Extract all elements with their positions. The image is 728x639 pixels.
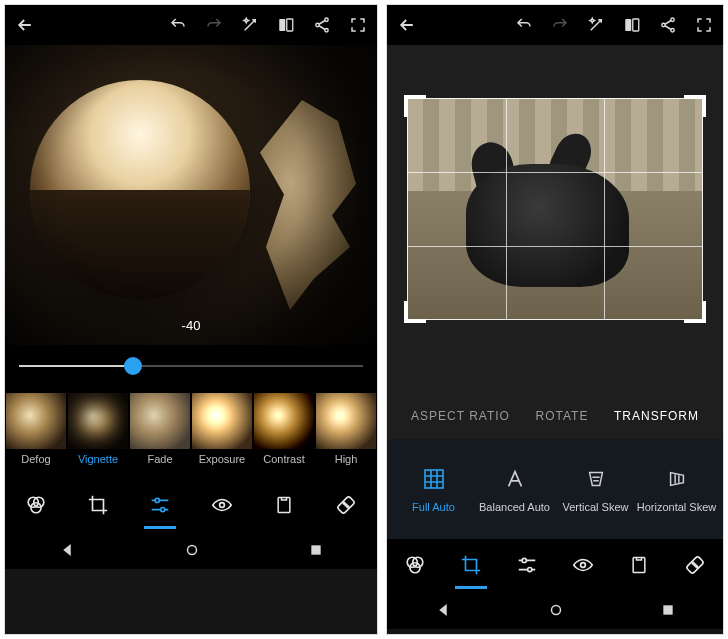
fullscreen-icon[interactable] <box>349 16 367 34</box>
crop-canvas[interactable] <box>387 45 723 393</box>
adjust-slider[interactable] <box>19 365 363 367</box>
preset-vignette[interactable]: Vignette <box>67 387 129 479</box>
fullscreen-icon[interactable] <box>695 16 713 34</box>
svg-point-27 <box>522 558 526 562</box>
svg-point-9 <box>161 507 165 511</box>
stickers-icon[interactable] <box>619 545 659 585</box>
svg-point-35 <box>551 606 560 615</box>
nav-home-icon[interactable] <box>183 541 201 559</box>
adjustment-preset-row: Defog Vignette Fade Exposure Contrast Hi… <box>5 387 377 479</box>
redo-icon[interactable] <box>551 16 569 34</box>
vertical-skew-icon <box>582 465 610 493</box>
svg-point-20 <box>671 18 674 21</box>
redo-icon[interactable] <box>205 16 223 34</box>
bottom-toolbar <box>5 479 377 531</box>
top-toolbar <box>387 5 723 45</box>
undo-icon[interactable] <box>169 16 187 34</box>
back-icon[interactable] <box>397 15 417 35</box>
undo-icon[interactable] <box>515 16 533 34</box>
nav-recents-icon[interactable] <box>660 602 676 618</box>
option-label: Balanced Auto <box>479 501 550 513</box>
top-toolbar <box>5 5 377 45</box>
nav-back-icon[interactable] <box>434 601 452 619</box>
preset-fade[interactable]: Fade <box>129 387 191 479</box>
redeye-icon[interactable] <box>202 485 242 525</box>
svg-point-21 <box>662 23 665 26</box>
preset-contrast[interactable]: Contrast <box>253 387 315 479</box>
svg-point-16 <box>187 546 196 555</box>
adjust-icon[interactable] <box>140 485 180 525</box>
magic-wand-icon[interactable] <box>587 16 605 34</box>
svg-point-2 <box>325 18 328 21</box>
bottom-toolbar <box>387 539 723 591</box>
option-full-auto[interactable]: Full Auto <box>393 465 474 513</box>
svg-rect-17 <box>311 545 320 554</box>
svg-rect-36 <box>663 605 672 614</box>
grid-icon <box>420 465 448 493</box>
compare-icon[interactable] <box>623 16 641 34</box>
crop-handle-bl[interactable] <box>404 301 426 323</box>
option-vertical-skew[interactable]: Vertical Skew <box>555 465 636 513</box>
svg-point-4 <box>325 29 328 32</box>
crop-handle-tr[interactable] <box>684 95 706 117</box>
adjust-icon[interactable] <box>507 545 547 585</box>
photo-canvas[interactable]: -40 <box>5 45 377 345</box>
option-label: Full Auto <box>412 501 455 513</box>
heal-icon[interactable] <box>675 545 715 585</box>
svg-point-10 <box>220 503 225 508</box>
crop-handle-br[interactable] <box>684 301 706 323</box>
svg-rect-0 <box>279 19 285 31</box>
heal-icon[interactable] <box>326 485 366 525</box>
option-label: Horizontal Skew <box>637 501 716 513</box>
nav-home-icon[interactable] <box>547 601 565 619</box>
svg-rect-23 <box>425 470 443 488</box>
tab-rotate[interactable]: ROTATE <box>536 409 589 423</box>
share-icon[interactable] <box>659 16 677 34</box>
crop-handle-tl[interactable] <box>404 95 426 117</box>
preset-exposure[interactable]: Exposure <box>191 387 253 479</box>
adjust-value-label: -40 <box>182 318 201 333</box>
svg-point-8 <box>155 498 159 502</box>
preset-highlights[interactable]: High <box>315 387 377 479</box>
crop-icon[interactable] <box>451 545 491 585</box>
right-phone: ASPECT RATIO ROTATE TRANSFORM Full Auto … <box>386 4 724 635</box>
svg-point-15 <box>345 504 347 506</box>
crop-frame[interactable] <box>407 98 703 321</box>
svg-rect-1 <box>287 19 293 31</box>
svg-rect-18 <box>625 19 631 31</box>
looks-icon[interactable] <box>16 485 56 525</box>
letter-a-icon <box>501 465 529 493</box>
edited-photo: -40 <box>5 45 377 345</box>
svg-point-28 <box>528 567 532 571</box>
horizontal-skew-icon <box>663 465 691 493</box>
android-navbar <box>5 531 377 569</box>
stickers-icon[interactable] <box>264 485 304 525</box>
slider-thumb[interactable] <box>124 357 142 375</box>
android-navbar <box>387 591 723 629</box>
adjust-slider-row <box>5 345 377 387</box>
share-icon[interactable] <box>313 16 331 34</box>
svg-rect-19 <box>633 19 639 31</box>
option-balanced-auto[interactable]: Balanced Auto <box>474 465 555 513</box>
left-phone: -40 Defog Vignette Fade <box>4 4 378 635</box>
svg-point-3 <box>316 23 319 26</box>
magic-wand-icon[interactable] <box>241 16 259 34</box>
dual-screenshot-wrap: -40 Defog Vignette Fade <box>0 0 728 639</box>
option-label: Vertical Skew <box>562 501 628 513</box>
preset-defog[interactable]: Defog <box>5 387 67 479</box>
option-horizontal-skew[interactable]: Horizontal Skew <box>636 465 717 513</box>
svg-point-22 <box>671 29 674 32</box>
compare-icon[interactable] <box>277 16 295 34</box>
svg-point-29 <box>581 563 586 568</box>
crop-icon[interactable] <box>78 485 118 525</box>
nav-recents-icon[interactable] <box>308 542 324 558</box>
transform-options-row: Full Auto Balanced Auto Vertical Skew Ho… <box>387 439 723 539</box>
crop-tab-row: ASPECT RATIO ROTATE TRANSFORM <box>387 393 723 439</box>
nav-back-icon[interactable] <box>58 541 76 559</box>
back-icon[interactable] <box>15 15 35 35</box>
redeye-icon[interactable] <box>563 545 603 585</box>
looks-icon[interactable] <box>395 545 435 585</box>
svg-point-34 <box>694 564 696 566</box>
tab-transform[interactable]: TRANSFORM <box>614 409 699 423</box>
tab-aspect-ratio[interactable]: ASPECT RATIO <box>411 409 510 423</box>
